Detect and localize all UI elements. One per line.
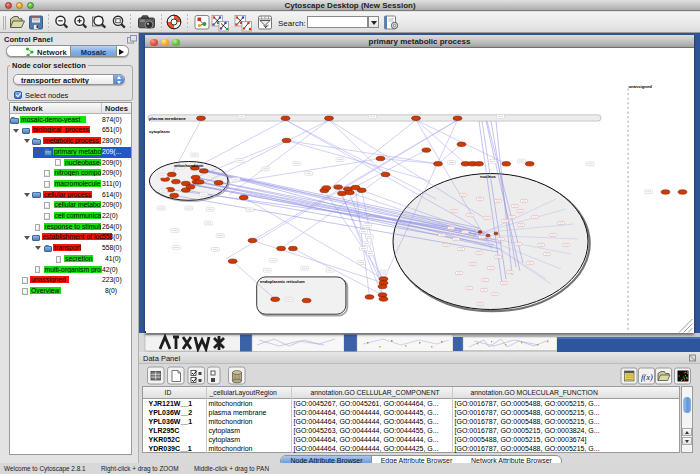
svg-text:mitochondrion: mitochondrion (174, 162, 204, 167)
svg-text:f(x): f(x) (641, 372, 653, 382)
svg-text:endoplasmic reticulum: endoplasmic reticulum (260, 279, 305, 284)
svg-text:nucleus: nucleus (480, 173, 496, 178)
svg-text:cytoplasm: cytoplasm (149, 129, 170, 134)
svg-text:plasma membrane: plasma membrane (149, 115, 186, 120)
svg-text:unassigned: unassigned (628, 83, 652, 88)
